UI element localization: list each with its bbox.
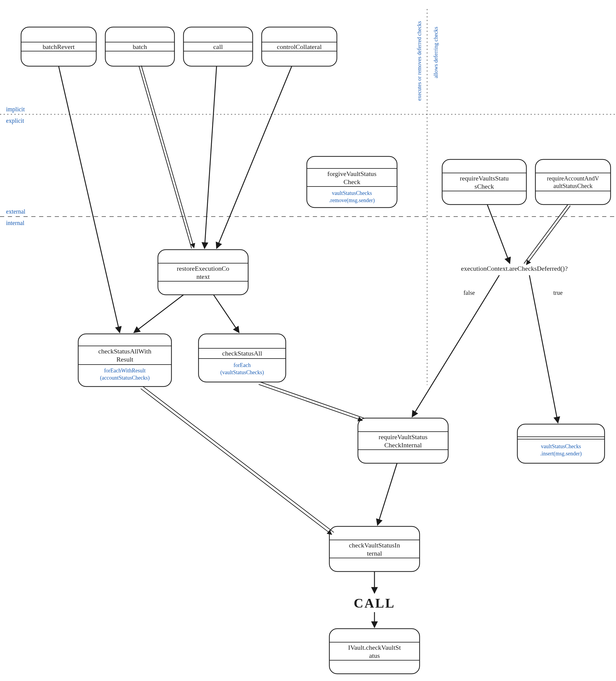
svg-line-77 <box>524 205 568 263</box>
svg-text:Check: Check <box>343 178 360 185</box>
svg-text:(accountStatusChecks): (accountStatusChecks) <box>100 375 150 381</box>
node-ivault-check-vault-status: IVault.checkVaultSt atus <box>329 629 419 674</box>
edge-double <box>139 66 194 249</box>
svg-rect-61 <box>329 526 419 572</box>
node-batch: batch <box>105 27 175 66</box>
svg-text:requireAccountAndV: requireAccountAndV <box>547 175 599 182</box>
edge <box>205 66 216 249</box>
call-label: CALL <box>354 596 395 611</box>
svg-rect-28 <box>535 159 611 205</box>
edge <box>378 463 397 525</box>
label-executes: executes or removes deferred checks <box>416 21 422 101</box>
svg-line-72 <box>142 66 194 248</box>
edge <box>487 205 510 263</box>
svg-text:forEachWithResult: forEachWithResult <box>104 368 146 374</box>
edge-double <box>259 382 364 421</box>
svg-text:atus: atus <box>369 652 380 659</box>
svg-text:call: call <box>213 43 223 51</box>
label-internal: internal <box>6 220 25 226</box>
svg-text:batch: batch <box>133 43 147 51</box>
svg-text:forEach: forEach <box>234 362 251 368</box>
edge <box>213 295 239 333</box>
label-true: true <box>553 289 562 296</box>
svg-text:sCheck: sCheck <box>474 183 494 190</box>
node-require-vaults-status-check: requireVaultsStatu sCheck <box>442 159 527 205</box>
label-external: external <box>6 208 26 215</box>
svg-line-76 <box>141 388 332 534</box>
svg-text:ternal: ternal <box>367 550 382 557</box>
edge-false <box>412 275 499 417</box>
label-explicit: explicit <box>6 117 24 124</box>
edge <box>59 66 120 333</box>
svg-text:aultStatusCheck: aultStatusCheck <box>554 183 593 189</box>
label-implicit: implicit <box>6 106 25 113</box>
node-vault-status-checks-insert: vaultStatusChecks .insert(msg.sender) <box>517 424 605 463</box>
label-false: false <box>463 289 475 296</box>
svg-text:batchRevert: batchRevert <box>43 43 75 51</box>
svg-text:CheckInternal: CheckInternal <box>384 441 422 449</box>
edge-double <box>524 205 570 265</box>
svg-rect-33 <box>158 250 248 295</box>
svg-text:.insert(msg.sender): .insert(msg.sender) <box>540 451 582 457</box>
node-require-account-and-vault: requireAccountAndV aultStatusCheck <box>535 159 611 205</box>
svg-text:checkStatusAllWith: checkStatusAllWith <box>98 347 151 355</box>
svg-text:.remove(msg.sender): .remove(msg.sender) <box>329 197 375 204</box>
node-require-vault-status-check-internal: requireVaultStatus CheckInternal <box>358 418 448 463</box>
node-check-status-all: checkStatusAll forEach (vaultStatusCheck… <box>199 334 286 382</box>
svg-text:vaultStatusChecks: vaultStatusChecks <box>332 190 372 196</box>
svg-line-78 <box>527 206 570 265</box>
svg-text:IVault.checkVaultSt: IVault.checkVaultSt <box>348 644 401 651</box>
svg-text:ntext: ntext <box>197 273 210 280</box>
edge-true <box>530 275 558 423</box>
svg-rect-23 <box>442 159 527 205</box>
edge-double <box>141 386 334 534</box>
node-batch-revert: batchRevert <box>21 27 96 66</box>
label-allows: allows deferring checks <box>433 27 439 78</box>
svg-text:vaultStatusChecks: vaultStatusChecks <box>541 444 581 449</box>
svg-line-74 <box>259 384 362 421</box>
node-check-vault-status-internal: checkVaultStatusIn ternal <box>329 526 419 572</box>
edge <box>134 295 183 333</box>
svg-line-73 <box>260 382 364 418</box>
svg-text:checkVaultStatusIn: checkVaultStatusIn <box>349 541 400 549</box>
svg-text:controlCollateral: controlCollateral <box>277 43 322 51</box>
svg-text:Result: Result <box>117 356 133 363</box>
node-call: call <box>183 27 253 66</box>
node-restore-execution-context: restoreExecutionCo ntext <box>158 250 248 295</box>
svg-text:checkStatusAll: checkStatusAll <box>222 350 262 357</box>
node-control-collateral: controlCollateral <box>262 27 337 66</box>
svg-text:restoreExecutionCo: restoreExecutionCo <box>177 265 230 272</box>
svg-text:requireVaultsStatu: requireVaultsStatu <box>460 174 509 182</box>
svg-text:(vaultStatusChecks): (vaultStatusChecks) <box>221 369 264 376</box>
edge <box>216 66 292 249</box>
decision-are-checks-deferred: executionContext.areChecksDeferred()? <box>461 265 568 272</box>
svg-text:requireVaultStatus: requireVaultStatus <box>379 433 428 441</box>
svg-line-71 <box>139 66 191 249</box>
svg-text:forgiveVaultStatus: forgiveVaultStatus <box>327 170 376 177</box>
node-forgive-vault-status-check: forgiveVaultStatus Check vaultStatusChec… <box>307 156 397 207</box>
svg-rect-66 <box>329 629 419 674</box>
node-check-status-all-with-result: checkStatusAllWith Result forEachWithRes… <box>78 334 172 386</box>
svg-line-75 <box>143 386 334 532</box>
svg-rect-51 <box>358 418 448 463</box>
